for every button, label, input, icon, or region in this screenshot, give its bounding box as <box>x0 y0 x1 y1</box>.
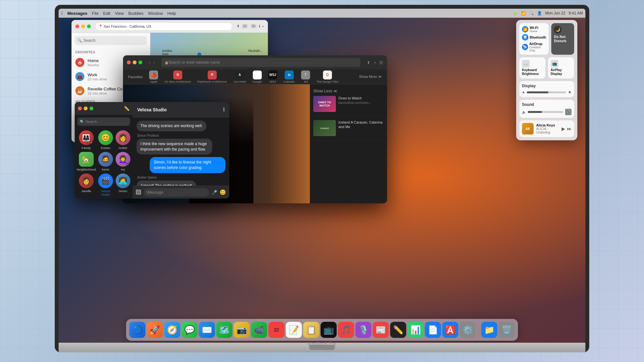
cc-now-playing[interactable]: AK Alicia Keys ALICIA - Underdog ▶ ⏭ <box>519 120 574 137</box>
dock-appletv[interactable]: 📺 <box>321 322 337 338</box>
volume-slider[interactable] <box>528 111 563 113</box>
dock-facetime[interactable]: 📹 <box>251 322 267 338</box>
dock-systemprefs[interactable]: ⚙️ <box>460 322 476 338</box>
reading-item-iceland[interactable]: Iceland Iceland A Caravan, Caterina and … <box>313 120 384 140</box>
messages-chat-area: Velosa Studio ℹ The driving scenes are w… <box>133 102 229 199</box>
brightness-slider[interactable] <box>527 91 566 93</box>
safari-new-tab-icon[interactable]: + <box>374 60 376 65</box>
fav-patchwork[interactable]: P Patchwork Architecture <box>195 70 230 85</box>
wifi-icon[interactable]: 📶 <box>521 11 526 15</box>
dock-trash[interactable]: 🗑️ <box>499 322 515 338</box>
dock-appstore[interactable]: 🅰️ <box>442 322 459 338</box>
dock-reminders[interactable]: 📝 <box>286 322 302 338</box>
dock-files[interactable]: 📁 <box>481 322 497 338</box>
messages-search-bar[interactable]: 🔍 Search <box>77 117 130 126</box>
safari-maximize-button[interactable] <box>138 60 142 64</box>
safari-url-bar[interactable]: 🔒 Search or enter website name <box>161 58 361 67</box>
dock-notes[interactable]: 📋 <box>303 322 319 338</box>
chat-audio-icon[interactable]: 🎤 <box>212 190 217 195</box>
dock-maps[interactable]: 🗺️ <box>216 322 232 338</box>
messages-window: ✏️ 🔍 Search 👨‍👩‍👧 Family <box>75 102 229 199</box>
chat-message-input[interactable]: iMessage <box>144 188 209 197</box>
messages-close-button[interactable] <box>78 107 82 110</box>
dock-divider <box>478 323 479 336</box>
messages-minimize-button[interactable] <box>84 107 88 110</box>
menubar-view[interactable]: View <box>115 11 124 16</box>
fav-wsj[interactable]: WSJ WSJ <box>266 70 280 85</box>
safari-back-icon[interactable]: ‹ <box>149 60 150 65</box>
contact-simon[interactable]: 🧑‍💻 Simon <box>115 173 131 197</box>
contact-velosa-studio[interactable]: 🎬 Velosa Studio <box>98 173 113 197</box>
safari-minimize-button[interactable] <box>133 60 137 64</box>
fav-apple[interactable]: 🍎 Apple <box>147 70 161 85</box>
skip-icon[interactable]: ⏭ <box>567 126 572 131</box>
messages-maximize-button[interactable] <box>90 107 93 110</box>
apple-menu-icon[interactable]:  <box>61 11 63 16</box>
maps-close-button[interactable] <box>75 24 79 28</box>
cc-airplay-tile[interactable]: 📺 AirPlay Display <box>548 57 574 79</box>
fav-linkedin[interactable]: in LinkedIn <box>281 70 297 85</box>
dock-photos[interactable]: 📷 <box>234 322 250 338</box>
fav-google[interactable]: G Google <box>250 70 264 85</box>
maps-search-input[interactable]: 🔍 Search <box>75 36 147 45</box>
fav-nice[interactable]: N It's Nice Architecture <box>162 70 194 85</box>
contact-family[interactable]: 👨‍👩‍👧 Family <box>77 130 96 150</box>
cc-keyboard-tile[interactable]: ⌨️ Keyboard Brightness <box>519 57 545 79</box>
maps-location-bar[interactable]: 📍 San Francisco - California, US <box>96 23 232 30</box>
messages-compose-icon[interactable]: ✏️ <box>124 106 129 111</box>
menubar-buddies[interactable]: Buddies <box>128 11 144 16</box>
safari-share-icon[interactable]: ⬆ <box>367 60 370 65</box>
maps-3d-icon[interactable]: 3D <box>250 24 257 28</box>
menubar-help[interactable]: Help <box>167 11 176 16</box>
contact-kevin[interactable]: 🧔 Kevin <box>98 152 113 172</box>
reading-item-ones[interactable]: ONES TO WATCH Ones to Watch barricethat.… <box>313 96 384 116</box>
contact-amber[interactable]: 👩 Amber <box>115 130 131 150</box>
dock-mail[interactable]: ✉️ <box>199 322 215 338</box>
menubar-app-name[interactable]: Messages <box>67 11 87 16</box>
chat-info-icon[interactable]: ℹ <box>223 107 225 113</box>
dock-numbers[interactable]: 📊 <box>408 322 424 338</box>
contact-janelle[interactable]: 👩 Janelle <box>77 173 96 197</box>
fav-ace[interactable]: A Ace Hotel <box>231 70 249 85</box>
safari-sidebar-icon[interactable]: ☰ <box>379 60 383 65</box>
menubar-file[interactable]: File <box>92 11 99 16</box>
chat-emoji-icon[interactable]: 😊 <box>220 189 226 195</box>
dock-craft[interactable]: ✏️ <box>390 322 406 338</box>
dock-messages[interactable]: 💬 <box>182 322 198 338</box>
safari-forward-icon[interactable]: › <box>153 60 155 65</box>
play-icon[interactable]: ▶ <box>562 126 565 131</box>
reading-list-show-less[interactable]: Show Less ≪ <box>313 89 337 93</box>
maps-share-icon[interactable]: ⬆ <box>237 24 240 28</box>
fav-tail[interactable]: T Tail <box>298 70 313 85</box>
safari-close-button[interactable] <box>127 60 131 64</box>
maps-titlebar: 📍 San Francisco - California, US ⬆ 2D 3D… <box>71 20 268 33</box>
menubar-window[interactable]: Window <box>148 11 163 16</box>
cc-dnd-tile[interactable]: 🌙 Do Not Disturb <box>551 23 574 55</box>
maps-minimize-button[interactable] <box>81 24 85 28</box>
contact-kristen[interactable]: 😊 Kristen <box>98 130 113 150</box>
maps-zoom-in[interactable]: + <box>262 24 264 28</box>
maps-maximize-button[interactable] <box>87 24 91 28</box>
cc-network-tile[interactable]: 📶 Wi-Fi Home 🦷 Bluetooth 📡 <box>519 23 549 55</box>
dock-calendar[interactable]: 22 <box>269 322 285 338</box>
sound-output-icon[interactable]: 🔊 <box>565 109 572 115</box>
maps-info-icon[interactable]: ℹ <box>259 24 260 28</box>
fav-design[interactable]: D The Design Files <box>314 70 341 85</box>
search-menubar-icon[interactable]: 🔍 <box>529 11 534 15</box>
dock-launchpad[interactable]: 🚀 <box>147 322 163 338</box>
airplay-icon: 📺 <box>551 60 558 68</box>
dock-podcasts[interactable]: 🎙️ <box>355 322 372 338</box>
dock-music[interactable]: 🎵 <box>338 322 354 338</box>
contact-ivy[interactable]: 👩‍🦱 Ivy <box>115 152 131 172</box>
chat-apps-icon[interactable]: 🅰 <box>136 190 141 195</box>
maps-2d-icon[interactable]: 2D <box>242 24 248 28</box>
menubar-edit[interactable]: Edit <box>103 11 110 16</box>
dock-finder[interactable]: 🔵 <box>129 322 146 338</box>
safari-titlebar: ‹ › 🔒 Search or enter website name ⬆ + ☰ <box>123 55 387 70</box>
safari-show-more[interactable]: Show More ≫ <box>359 75 382 79</box>
dock-news[interactable]: 📰 <box>373 322 389 338</box>
dock-safari[interactable]: 🧭 <box>164 322 180 338</box>
dock-pages[interactable]: 📄 <box>425 322 441 338</box>
contact-neighborhood[interactable]: 🏡 Neighborhood <box>77 152 96 172</box>
user-menubar-icon[interactable]: 👤 <box>537 11 542 15</box>
